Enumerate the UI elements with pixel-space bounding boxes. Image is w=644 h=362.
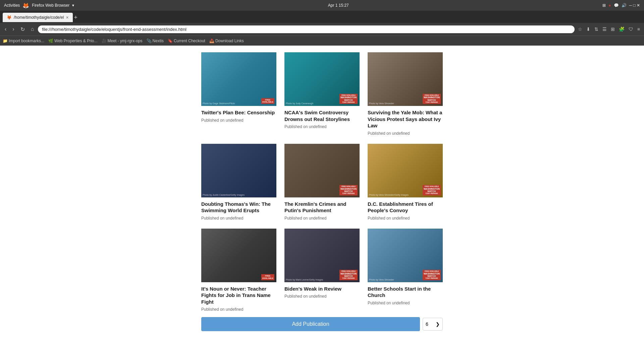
photo-credit: Photo by Vera Shroeder/Getty Images [369,194,409,196]
tab-close-button[interactable]: × [66,15,68,20]
photo-credit: Photo by Justin Casterline/Getty Images [203,194,245,196]
shield-button[interactable]: 🛡 [627,26,635,33]
article-image-wrapper: FREE AVAILABLE WASHINGTON WATCH TONY PER… [284,144,360,197]
per-page-value: 6 [426,321,428,327]
article-badge: FREE AVAILABLE WASHINGTON WATCH TONY PER… [339,185,358,195]
nav-bar: ‹ › ↻ ⌂ ☆ ⬇ ⇅ ☰ ⊞ 🧩 🛡 ≡ [0,23,644,36]
dropdown-icon[interactable]: ▾ [72,3,74,8]
add-publication-label: Add Publication [292,321,329,327]
article-date: Published on undefined [368,131,443,136]
article-title: NCAA's Swim Controversy Drowns out Real … [284,109,360,122]
article-card-row2-col2[interactable]: FREE AVAILABLE WASHINGTON WATCH TONY PER… [284,144,360,221]
article-card-row1-col1[interactable]: Photo by Gage Skidmore/Flickr FREE AVAIL… [201,52,276,136]
article-grid: Photo by Gage Skidmore/Flickr FREE AVAIL… [201,52,443,312]
volume-icon: 🔊 [622,3,627,8]
article-title: Biden's Weak in Review [284,286,360,292]
article-date: Published on undefined [201,307,276,312]
tab-bar: 🦊 /home/timothydaigle/code/el × + [0,11,644,23]
photo-credit: Photo by Judy Cavanaugh [286,102,313,105]
bookmark-icon: 🔖 [168,39,173,43]
bookmark-current-checkout[interactable]: 🔖 Current Checkout [168,39,205,43]
bookmark-meet[interactable]: 🎥 Meet - ymj-rgrx-ops [102,39,143,43]
per-page-select[interactable]: 6 ❯ [423,318,443,330]
system-tray-icon2: ● [608,3,611,8]
article-date: Published on undefined [284,216,360,221]
bookmark-label: Current Checkout [174,39,205,43]
bookmarks-bar: 📁 Import bookmarks... 🌿 Web Properties &… [0,36,644,46]
menu-button[interactable]: ≡ [636,26,641,33]
photo-credit: Photo by Gage Skidmore/Flickr [203,102,235,105]
article-date: Published on undefined [368,301,443,305]
article-card-row2-col1[interactable]: Photo by Justin Casterline/Getty Images … [201,144,276,221]
bookmark-label: Import bookmarks... [9,39,44,43]
picture-in-picture-button[interactable]: ⊞ [609,26,616,33]
bookmark-icon: 📎 [147,39,152,43]
home-button[interactable]: ⌂ [29,25,36,33]
article-image-wrapper: Photo by Vera Shroeder FREE AVAILABLE WA… [368,229,443,282]
bottom-bar: Add Publication 6 ❯ [201,317,443,331]
sync-button[interactable]: ⇅ [593,26,600,33]
article-title: Doubting Thomas's Win: The Swimming Worl… [201,201,276,214]
browser-chrome: Activities 🦊 Firefox Web Browser ▾ Apr 1… [0,0,644,46]
article-image [201,144,276,197]
photo-credit: Photo by Vera Shroeder [369,279,394,281]
extensions-button[interactable]: 🧩 [618,26,626,33]
new-tab-button[interactable]: + [74,14,78,21]
tab-favicon: 🦊 [7,15,12,20]
bookmark-import[interactable]: 📁 Import bookmarks... [3,39,44,43]
article-badge: FREE AVAILABLE [261,274,274,280]
article-title: Better Schools Start in the Church [368,286,443,299]
address-bar[interactable] [38,25,575,33]
article-card-row2-col3[interactable]: Photo by Vera Shroeder/Getty Images FREE… [368,144,443,221]
article-image-wrapper: Photo by Vera Shroeder FREE AVAILABLE WA… [368,52,443,106]
article-title: Surviving the Yale Mob: What a Vicious P… [368,109,443,129]
bookmark-star-button[interactable]: ☆ [577,26,584,33]
firefox-icon: 🦊 [22,2,29,9]
article-card-row3-col3[interactable]: Photo by Vera Shroeder FREE AVAILABLE WA… [368,229,443,312]
reading-mode-button[interactable]: ☰ [601,26,608,33]
firefox-label: Firefox Web Browser [32,3,69,8]
article-image-wrapper: Photo by Gage Skidmore/Flickr FREE AVAIL… [201,52,276,106]
bookmark-icon: 📁 [3,39,8,43]
photo-credit: Photo by Vera Shroeder [369,102,394,105]
per-page-chevron-icon: ❯ [436,321,440,327]
active-tab[interactable]: 🦊 /home/timothydaigle/code/el × [3,13,73,22]
system-tray-icon1: ⊞ [602,3,606,8]
article-card-row1-col3[interactable]: Photo by Vera Shroeder FREE AVAILABLE WA… [368,52,443,136]
download-button[interactable]: ⬇ [585,26,592,33]
article-badge: FREE AVAILABLE WASHINGTON WATCH TONY PER… [423,185,441,195]
bookmark-nextis[interactable]: 📎 Nextis [147,39,164,43]
bookmark-web-properties[interactable]: 🌿 Web Properties & Prio... [48,39,98,43]
bookmark-label: Meet - ymj-rgrx-ops [108,39,143,43]
article-image-wrapper: FREE AVAILABLE [201,229,276,282]
article-card-row1-col2[interactable]: Photo by Judy Cavanaugh FREE AVAILABLE W… [284,52,360,136]
article-date: Published on undefined [284,294,360,299]
article-date: Published on undefined [368,216,443,221]
article-title: Twitter's Plan Bee: Censorship [201,109,276,116]
article-date: Published on undefined [284,124,360,129]
article-card-row3-col1[interactable]: FREE AVAILABLE It's Noun or Never: Teach… [201,229,276,312]
back-button[interactable]: ‹ [3,25,8,33]
window-controls[interactable]: ─ □ ✕ [629,3,640,8]
page-content: Photo by Gage Skidmore/Flickr FREE AVAIL… [0,46,644,338]
bookmark-label: Nextis [153,39,164,43]
article-date: Published on undefined [201,118,276,123]
datetime-label: Apr 1 15:27 [328,3,349,8]
add-publication-button[interactable]: Add Publication [201,317,420,331]
forward-button[interactable]: › [10,25,16,33]
photo-credit: Photo by Mark Levine/Getty Images [286,279,323,281]
reload-button[interactable]: ↻ [18,25,27,33]
bookmark-download-links[interactable]: 📥 Download Links [209,39,244,43]
bookmark-label: Web Properties & Prio... [54,39,98,43]
article-card-row3-col2[interactable]: Photo by Mark Levine/Getty Images FREE A… [284,229,360,312]
system-tray-icon3: 💬 [614,3,619,8]
bookmark-icon: 🎥 [102,39,107,43]
os-title-bar: Activities 🦊 Firefox Web Browser ▾ Apr 1… [0,0,644,11]
article-badge: FREE AVAILABLE WASHINGTON WATCH TONY PER… [339,270,358,280]
bookmark-icon: 🌿 [48,39,53,43]
article-title: D.C. Establishment Tires of People's Con… [368,201,443,214]
activities-label[interactable]: Activities [4,3,20,8]
article-image-wrapper: Photo by Mark Levine/Getty Images FREE A… [284,229,360,282]
bookmark-icon: 📥 [209,39,214,43]
article-badge: FREE AVAILABLE WASHINGTON WATCH TONY PER… [339,94,358,104]
